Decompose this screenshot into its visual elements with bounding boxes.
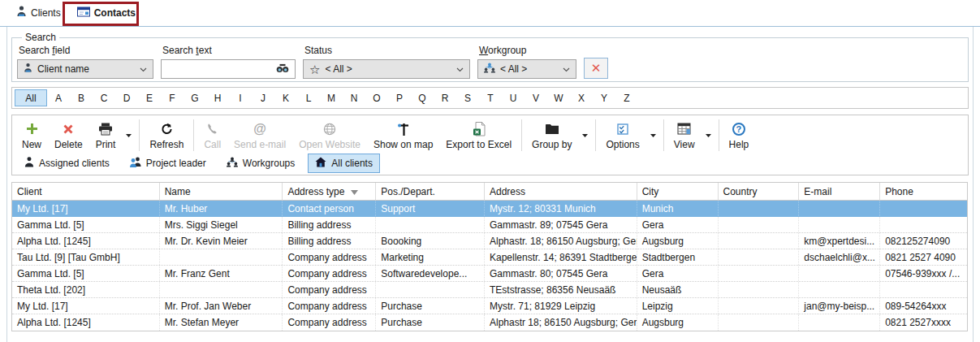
search-field-value: Client name [37, 63, 89, 75]
toolbar-separator [193, 119, 194, 151]
column-header-country[interactable]: Country [719, 183, 800, 200]
chevron-down-icon [563, 63, 570, 75]
export-to-excel-button[interactable]: Export to Excel [439, 117, 518, 154]
person-icon [16, 6, 27, 19]
view-button[interactable]: View [667, 117, 702, 154]
show-on-map-button[interactable]: Show on map [367, 117, 439, 154]
table-header-row: Client Name Address type Pos./Depart. Ad… [12, 183, 967, 201]
alphabet-item[interactable]: L [297, 89, 320, 106]
workgroup-label: Workgroup [479, 45, 576, 56]
table-row[interactable]: Alpha Ltd. [1245] Mr. Stefan Meyer Compa… [12, 314, 967, 331]
toolbar-separator [663, 119, 664, 151]
filter-assigned-clients[interactable]: Assigned clients [17, 154, 117, 173]
table-row[interactable]: My Ltd. [17] Mr. Prof. Jan Weber Company… [12, 298, 967, 314]
phone-icon [206, 121, 218, 136]
search-panel: Search Search field Client name Search t… [11, 32, 969, 82]
options-button[interactable]: Options [599, 117, 645, 154]
alphabet-item[interactable]: P [388, 89, 411, 106]
alphabet-item[interactable]: H [206, 89, 229, 106]
search-text-label: Search text [162, 45, 296, 56]
search-field-combobox[interactable]: Client name [17, 59, 153, 79]
workgroup-icon [227, 157, 238, 170]
alphabet-item[interactable]: M [320, 89, 343, 106]
excel-file-icon [473, 121, 486, 136]
alphabet-item[interactable]: W [547, 89, 570, 106]
red-x-icon: ✕ [591, 61, 602, 76]
alphabet-item[interactable]: V [525, 89, 547, 106]
workgroup-combobox[interactable]: < All > [477, 59, 576, 79]
tab-clients[interactable]: Clients [8, 0, 69, 26]
person-icon [24, 63, 32, 76]
alphabet-item[interactable]: S [456, 89, 479, 106]
call-button[interactable]: Call [197, 117, 227, 154]
tab-contacts[interactable]: Contacts [69, 1, 144, 26]
alphabet-item[interactable]: D [115, 89, 138, 106]
chevron-down-icon [456, 63, 464, 75]
alphabet-item[interactable]: Z [615, 89, 638, 106]
toolbar: New Delete Print Refresh Call [12, 115, 968, 154]
alphabet-item[interactable]: T [479, 89, 502, 106]
column-header-pos-depart[interactable]: Pos./Depart. [376, 183, 485, 200]
table-row[interactable]: Gamma Ltd. [5] Mr. Franz Gent Company ad… [12, 266, 967, 282]
column-header-city[interactable]: City [637, 183, 719, 200]
send-email-button[interactable]: @ Send e-mail [227, 117, 292, 154]
alphabet-item[interactable]: G [183, 89, 206, 106]
alphabet-item[interactable]: Q [411, 89, 434, 106]
alphabet-item[interactable]: F [161, 89, 183, 106]
group-by-dropdown-caret-icon[interactable] [578, 117, 592, 154]
alphabet-item[interactable]: U [502, 89, 525, 106]
alphabet-item[interactable]: N [343, 89, 365, 106]
column-header-phone[interactable]: Phone [880, 183, 967, 200]
group-by-button[interactable]: Group by [525, 117, 578, 154]
tab-label: Contacts [94, 7, 136, 19]
status-value: < All > [325, 63, 352, 75]
help-button[interactable]: ? Help [723, 117, 756, 154]
checkbox-list-icon [617, 121, 628, 136]
folder-icon [545, 121, 559, 136]
column-header-client[interactable]: Client [12, 183, 160, 200]
alphabet-item[interactable]: A [47, 89, 70, 106]
plus-icon [25, 121, 39, 136]
status-combobox[interactable]: ☆ < All > [303, 59, 470, 79]
alphabet-item[interactable]: I [229, 89, 252, 106]
refresh-button[interactable]: Refresh [143, 117, 190, 154]
filter-all-clients[interactable]: All clients [308, 154, 380, 173]
alphabet-filter-bar: All A B C D E F G H I J K L M N O P Q R … [11, 87, 969, 109]
alphabet-item[interactable]: E [138, 89, 161, 106]
alphabet-item[interactable]: J [252, 89, 274, 106]
alphabet-item[interactable]: K [274, 89, 297, 106]
alphabet-item[interactable]: C [93, 89, 115, 106]
table-row[interactable]: My Ltd. [17] Mr. Huber Contact person Su… [12, 201, 967, 217]
search-text-input[interactable] [161, 59, 296, 79]
open-website-button[interactable]: Open Website [292, 117, 367, 154]
filter-project-leader[interactable]: Project leader [123, 154, 214, 173]
toolbar-separator [139, 119, 140, 151]
column-header-address-type[interactable]: Address type [283, 183, 376, 200]
alphabet-item[interactable]: R [434, 89, 456, 106]
workgroup-icon [484, 63, 495, 76]
alphabet-item[interactable]: B [70, 89, 93, 106]
table-row[interactable]: Tau Ltd. [9] [Tau GmbH] Company address … [12, 249, 967, 266]
alphabet-item-all[interactable]: All [15, 89, 47, 106]
delete-button[interactable]: Delete [48, 117, 89, 154]
print-dropdown-caret-icon[interactable] [122, 117, 136, 154]
options-dropdown-caret-icon[interactable] [646, 117, 660, 154]
new-button[interactable]: New [15, 117, 48, 154]
alphabet-item[interactable]: Y [593, 89, 615, 106]
view-dropdown-caret-icon[interactable] [702, 117, 715, 154]
sort-desc-icon [351, 186, 358, 197]
status-label: Status [304, 45, 470, 56]
print-button[interactable]: Print [89, 117, 123, 154]
filter-workgroups[interactable]: Workgroups [219, 154, 302, 173]
column-header-name[interactable]: Name [160, 183, 283, 200]
table-row[interactable]: Alpha Ltd. [1245] Mr. Dr. Kevin Meier Bi… [12, 233, 967, 249]
table-row[interactable]: Theta Ltd. [202] Company address TEststr… [12, 282, 967, 298]
clear-filter-button[interactable]: ✕ [584, 58, 608, 79]
tab-bar: Clients Contacts [0, 0, 980, 27]
column-header-email[interactable]: E-mail [799, 183, 880, 200]
column-header-address[interactable]: Address [485, 183, 637, 200]
alphabet-item[interactable]: X [570, 89, 593, 106]
alphabet-item[interactable]: O [365, 89, 388, 106]
two-people-icon [130, 157, 141, 170]
table-row[interactable]: Gamma Ltd. [5] Mrs. Siggi Siegel Billing… [12, 217, 967, 233]
